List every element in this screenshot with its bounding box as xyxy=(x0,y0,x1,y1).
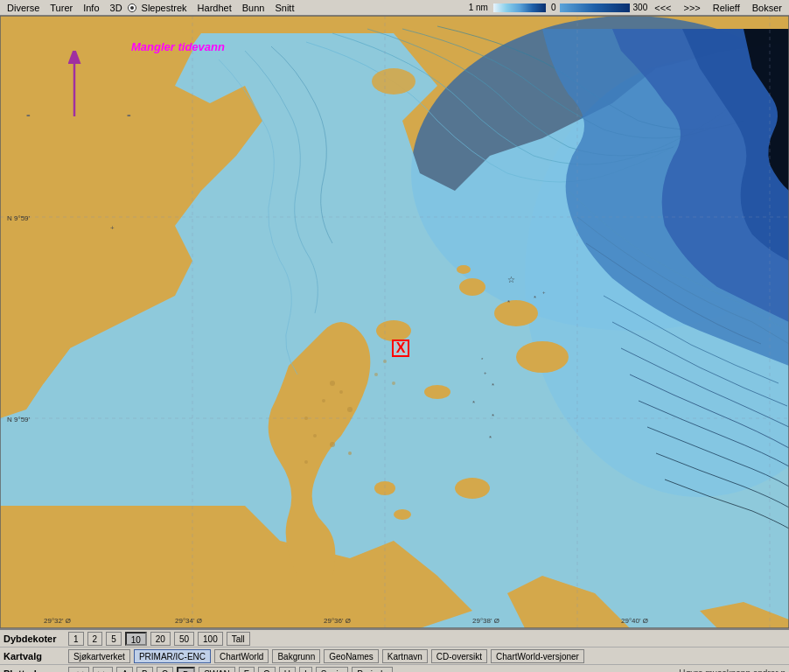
plotterlag-g[interactable]: G xyxy=(258,667,276,673)
depth-5-button[interactable]: 5 xyxy=(106,632,122,646)
depth-2-button[interactable]: 2 xyxy=(87,632,103,646)
svg-text:*: * xyxy=(507,298,510,306)
minus-sign-2: - xyxy=(127,108,131,122)
plotterlag-b[interactable]: B xyxy=(136,667,153,673)
kartvalg-kartnavn[interactable]: Kartnavn xyxy=(382,649,428,663)
svg-point-23 xyxy=(374,373,378,376)
plotterlag-swan[interactable]: SWAN xyxy=(199,667,235,673)
svg-point-4 xyxy=(459,278,485,296)
depth-tall-button[interactable]: Tall xyxy=(227,632,250,646)
svg-point-8 xyxy=(455,478,490,499)
minus-sign-1: - xyxy=(26,108,31,122)
depth-min: 0 xyxy=(551,3,556,12)
kartvalg-primar[interactable]: PRIMAR/IC-ENC xyxy=(134,649,211,663)
plotterlag-periode[interactable]: Periode xyxy=(352,667,392,673)
svg-point-12 xyxy=(372,68,415,94)
depth-bar-main xyxy=(560,4,630,12)
svg-point-14 xyxy=(339,390,343,394)
diverse-button[interactable]: Diverse xyxy=(2,0,45,16)
kartvalg-bakgrunn[interactable]: Bakgrunn xyxy=(272,649,320,663)
north-arrow xyxy=(66,51,83,122)
depth-10-button[interactable]: 10 xyxy=(125,632,147,646)
svg-text:29°34' Ø: 29°34' Ø xyxy=(175,617,202,625)
depth-1-button[interactable]: 1 xyxy=(68,632,84,646)
plotterlag-nav-left[interactable]: << xyxy=(68,667,89,673)
kartvalg-sjokartverket[interactable]: Sjøkartverket xyxy=(68,649,130,663)
depth-max: 300 xyxy=(633,3,648,12)
plotterlag-label: Plotterlag xyxy=(3,668,65,673)
svg-text:29°36' Ø: 29°36' Ø xyxy=(324,617,351,625)
svg-point-24 xyxy=(392,382,395,385)
svg-text:+: + xyxy=(542,290,546,295)
svg-point-19 xyxy=(330,442,335,447)
depth-100-button[interactable]: 100 xyxy=(198,632,223,646)
depth-50-button[interactable]: 50 xyxy=(174,632,194,646)
kartvalg-label: Kartvalg xyxy=(3,651,65,662)
turer-button[interactable]: Turer xyxy=(45,0,78,16)
svg-point-5 xyxy=(494,300,538,326)
svg-point-10 xyxy=(394,509,411,520)
map-svg: ☆ * * + * * * * + + * N 9°59' N 9°59' 29… xyxy=(0,16,789,628)
svg-text:*: * xyxy=(492,412,494,420)
svg-point-15 xyxy=(322,399,325,402)
scale-nm: 1 nm xyxy=(469,3,488,12)
hardhet-button[interactable]: Hardhet xyxy=(192,0,237,16)
plotterlag-d[interactable]: D xyxy=(177,667,195,673)
tide-warning-label: Mangler tidevann xyxy=(131,40,225,53)
svg-point-20 xyxy=(348,452,352,455)
main-toolbar: Diverse Turer Info 3D Slepestrek Hardhet… xyxy=(0,0,789,16)
plotterlag-c[interactable]: C xyxy=(157,667,173,673)
svg-point-11 xyxy=(457,265,471,274)
svg-text:*: * xyxy=(534,294,536,302)
plotterlag-row: Plotterlag << >> A B C D SWAN F G H I Sa… xyxy=(0,665,789,672)
svg-text:29°40' Ø: 29°40' Ø xyxy=(621,617,648,625)
3d-button[interactable]: 3D xyxy=(105,0,128,16)
slepestrek-button[interactable]: Slepestrek xyxy=(136,0,192,16)
svg-text:+: + xyxy=(110,224,115,232)
plotterlag-a[interactable]: A xyxy=(116,667,133,673)
svg-point-13 xyxy=(330,381,335,386)
plotterlag-nav-right[interactable]: >> xyxy=(93,667,114,673)
kartvalg-chartworld[interactable]: ChartWorld xyxy=(214,649,269,663)
svg-text:*: * xyxy=(489,434,492,442)
svg-text:☆: ☆ xyxy=(507,275,515,284)
kartvalg-chartworld-ver[interactable]: ChartWorld-versjoner xyxy=(491,649,584,663)
svg-text:+: + xyxy=(484,370,487,375)
kartvalg-row: Kartvalg Sjøkartverket PRIMAR/IC-ENC Cha… xyxy=(0,648,789,665)
dybdekoter-label: Dybdekoter xyxy=(3,634,65,644)
snitt-button[interactable]: Snitt xyxy=(269,0,299,16)
bottom-panels: Dybdekoter 1 2 5 10 20 50 100 Tall Kartv… xyxy=(0,628,789,672)
radio-group xyxy=(128,4,136,12)
relief-button[interactable]: Relieff xyxy=(708,0,745,16)
svg-point-7 xyxy=(424,385,450,399)
depth-20-button[interactable]: 20 xyxy=(150,632,171,646)
svg-point-3 xyxy=(376,320,411,341)
nav-right-button[interactable]: >>> xyxy=(678,0,705,16)
svg-point-18 xyxy=(313,434,317,438)
map-container[interactable]: ☆ * * + * * * * + + * N 9°59' N 9°59' 29… xyxy=(0,16,789,628)
red-x-marker[interactable]: X xyxy=(392,340,409,357)
svg-text:29°38' Ø: 29°38' Ø xyxy=(472,617,499,625)
plotterlag-h[interactable]: H xyxy=(279,667,296,673)
svg-point-6 xyxy=(516,341,569,373)
depth-scale: 1 nm 0 300 <<< >>> Relieff Bokser xyxy=(469,0,787,16)
plotterlag-f[interactable]: F xyxy=(239,667,255,673)
svg-point-21 xyxy=(304,460,308,464)
info-button[interactable]: Info xyxy=(78,0,104,16)
kartvalg-geonames[interactable]: GeoNames xyxy=(324,649,379,663)
svg-text:*: * xyxy=(472,399,475,407)
bunn-button[interactable]: Bunn xyxy=(237,0,270,16)
svg-point-16 xyxy=(347,407,353,412)
depth-gradient-bar xyxy=(493,4,546,12)
svg-text:N 9°59': N 9°59' xyxy=(7,416,31,424)
plotterlag-i[interactable]: I xyxy=(299,667,312,673)
svg-text:N 9°59': N 9°59' xyxy=(7,214,31,222)
plotterlag-sanja[interactable]: Sanja xyxy=(316,667,349,673)
right-info-text: Høyre museknapp endrer n xyxy=(679,668,786,672)
kartvalg-cd-oversikt[interactable]: CD-oversikt xyxy=(431,649,487,663)
dybdekoter-row: Dybdekoter 1 2 5 10 20 50 100 Tall xyxy=(0,630,789,648)
radio-dot[interactable] xyxy=(128,4,136,12)
bokser-button[interactable]: Bokser xyxy=(747,0,787,16)
svg-point-17 xyxy=(304,416,308,420)
nav-left-button[interactable]: <<< xyxy=(649,0,676,16)
